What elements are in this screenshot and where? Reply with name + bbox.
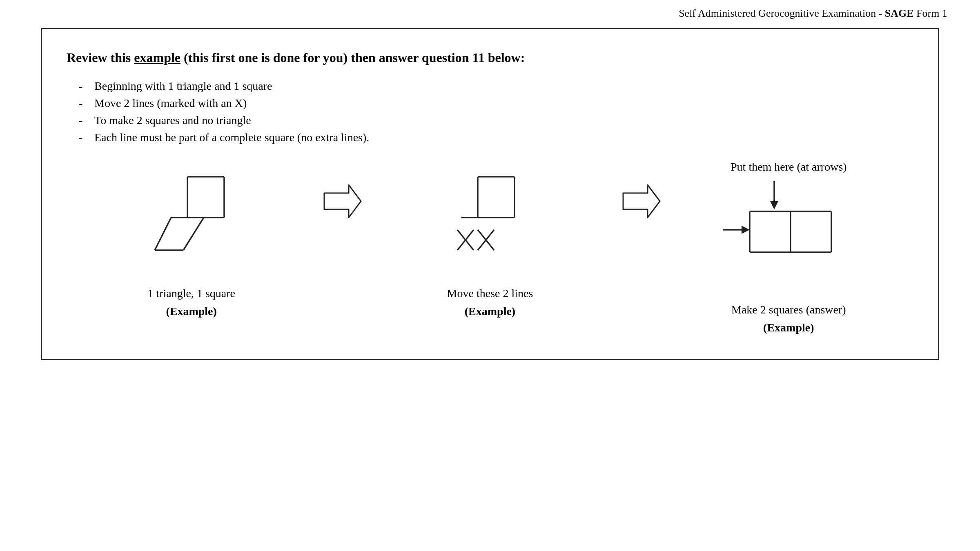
diagram-3-label: Make 2 squares (answer): [731, 303, 846, 316]
title-underlined: example: [134, 50, 180, 65]
list-item: -Move 2 lines (marked with an X): [79, 97, 913, 110]
svg-marker-20: [742, 226, 750, 234]
list-item: -Each line must be part of a complete sq…: [79, 131, 913, 144]
diagram-3-svg: [711, 177, 866, 291]
header-form: Form 1: [916, 7, 947, 19]
diagrams-row: 1 triangle, 1 square (Example): [67, 160, 913, 334]
svg-line-5: [183, 218, 204, 250]
list-item: -To make 2 squares and no triangle: [79, 114, 913, 127]
main-box: Review this example (this first one is d…: [41, 28, 939, 360]
list-item: -Beginning with 1 triangle and 1 square: [79, 80, 913, 93]
diagram-1-label: 1 triangle, 1 square: [147, 287, 235, 300]
header-text: Self Administered Gerocognitive Examinat…: [679, 7, 885, 19]
svg-marker-18: [770, 201, 778, 209]
diagram-2-sublabel: (Example): [465, 305, 515, 318]
diagram-col-3: Put them here (at arrows) Make 2 squares…: [664, 160, 913, 334]
diagram-1-sublabel: (Example): [166, 305, 216, 318]
diagram-col-2: Move these 2 lines (Example): [365, 160, 615, 318]
page-header: Self Administered Gerocognitive Examinat…: [0, 0, 980, 24]
instructions-title: Review this example (this first one is d…: [67, 49, 913, 67]
svg-marker-16: [623, 185, 660, 218]
bullet-list: -Beginning with 1 triangle and 1 square …: [67, 80, 913, 144]
header-brand: SAGE: [885, 7, 914, 19]
title-prefix: Review this: [67, 50, 134, 65]
forward-arrow-1-svg: [320, 185, 361, 218]
forward-arrow-2-svg: [619, 185, 660, 218]
diagram-col-1: 1 triangle, 1 square (Example): [67, 160, 316, 318]
arrow-col-2: [615, 160, 664, 218]
put-them-label: Put them here (at arrows): [731, 160, 847, 173]
diagram-1-svg: [130, 160, 253, 275]
diagram-3-sublabel: (Example): [763, 321, 814, 334]
svg-marker-7: [324, 185, 361, 218]
svg-line-4: [155, 218, 171, 250]
title-suffix: (this first one is done for you) then an…: [180, 50, 525, 65]
arrow-col-1: [316, 160, 365, 218]
diagram-2-label: Move these 2 lines: [447, 287, 533, 300]
diagram-2-svg: [429, 160, 551, 275]
